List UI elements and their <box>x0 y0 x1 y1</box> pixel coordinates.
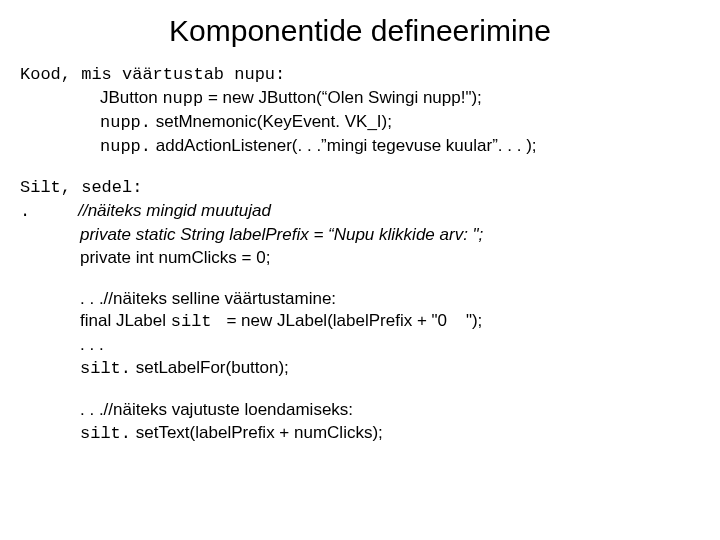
section3-line1: final JLabel silt = new JLabel(labelPref… <box>20 310 700 334</box>
section2-line2: private int numClicks = 0; <box>20 247 700 270</box>
code-section-2: Silt, sedel: .//näiteks mingid muutujad … <box>20 177 700 270</box>
code-section-1: Kood, mis väärtustab nupu: JButton nupp … <box>20 64 700 159</box>
section2-comment: .//näiteks mingid muutujad <box>20 200 700 224</box>
section2-line1: private static String labelPrefix = “Nup… <box>20 224 700 247</box>
code-section-4: . . .//näiteks vajutuste loendamiseks: s… <box>20 399 700 446</box>
section3-line2: . . . <box>20 334 700 357</box>
section1-lead: Kood, mis väärtustab nupu: <box>20 64 700 87</box>
slide-title: Komponentide defineerimine <box>20 14 700 48</box>
section4-line1: silt. setText(labelPrefix + numClicks); <box>20 422 700 446</box>
section2-lead: Silt, sedel: <box>20 177 700 200</box>
section3-comment: . . .//näiteks selline väärtustamine: <box>20 288 700 311</box>
section4-comment: . . .//näiteks vajutuste loendamiseks: <box>20 399 700 422</box>
section1-line3: nupp. addActionListener(. . .”mingi tege… <box>20 135 700 159</box>
code-section-3: . . .//näiteks selline väärtustamine: fi… <box>20 288 700 382</box>
section3-line3: silt. setLabelFor(button); <box>20 357 700 381</box>
section1-line1: JButton nupp = new JButton(“Olen Swingi … <box>20 87 700 111</box>
section1-line2: nupp. setMnemonic(KeyEvent. VK_I); <box>20 111 700 135</box>
slide-content: Komponentide defineerimine Kood, mis vää… <box>0 0 720 484</box>
